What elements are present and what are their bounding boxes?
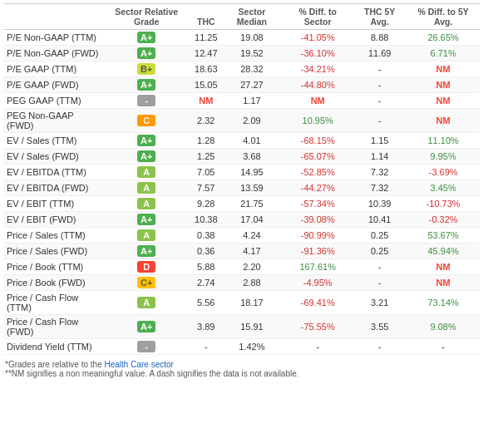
sector-median-value: 4.01 [221, 133, 283, 149]
thc-value: - [191, 339, 221, 355]
metric-name: Price / Cash Flow (TTM) [3, 291, 102, 315]
diff5y-value: 73.14% [407, 291, 480, 315]
table-row: PEG GAAP (TTM)-NM1.17NM-NM [3, 93, 480, 109]
sector-median-value: 14.95 [221, 165, 283, 180]
diff5y-value: 9.08% [407, 315, 480, 339]
diff-sector-value: -39.08% [283, 212, 352, 228]
diff-sector-value: - [283, 339, 352, 355]
grade-cell: - [102, 339, 191, 355]
health-care-sector-link[interactable]: Health Care sector [105, 360, 174, 369]
table-row: Price / Sales (TTM)A0.384.24-90.99%0.255… [3, 228, 480, 244]
thc-value: 11.25 [191, 30, 221, 46]
diff-sector-value: -69.41% [283, 291, 352, 315]
sector-median-value: 2.88 [221, 275, 283, 291]
table-row: PEG Non-GAAP (FWD)C2.322.0910.95%-NM [3, 109, 480, 133]
grade-badge: C [137, 115, 155, 126]
grade-badge: A+ [137, 245, 155, 257]
diff-sector-value: -75.55% [283, 315, 352, 339]
metric-name: Price / Sales (FWD) [3, 244, 102, 259]
grade-badge: A+ [137, 321, 155, 332]
metric-name: Dividend Yield (TTM) [3, 339, 102, 355]
valuation-table-container: Sector Relative Grade THC Sector Median … [0, 0, 483, 385]
table-row: Price / Book (FWD)C+2.742.88-4.95%-NM [3, 275, 480, 291]
sector-median-value: 17.04 [221, 212, 283, 228]
table-row: Price / Cash Flow (TTM)A5.5618.17-69.41%… [3, 291, 480, 315]
grade-badge: A [137, 297, 155, 308]
table-row: EV / EBIT (TTM)A9.2821.75-57.34%10.39-10… [3, 196, 480, 212]
diff-sector-value: -57.34% [283, 196, 352, 212]
grade-cell: A [102, 291, 191, 315]
thc5y-value: 7.32 [352, 165, 407, 180]
metric-name: Price / Book (FWD) [3, 275, 102, 291]
sector-median-value: 18.17 [221, 291, 283, 315]
thc-value: 18.63 [191, 62, 221, 77]
grade-badge: D [137, 261, 155, 273]
valuation-table: Sector Relative Grade THC Sector Median … [3, 3, 480, 355]
sector-median-value: 28.32 [221, 62, 283, 77]
grade-cell: A+ [102, 30, 191, 46]
metric-name: Price / Book (TTM) [3, 259, 102, 275]
grade-cell: A+ [102, 133, 191, 149]
grade-cell: C+ [102, 275, 191, 291]
sector-median-value: 4.17 [221, 244, 283, 259]
grade-cell: A [102, 196, 191, 212]
thc5y-value: 1.15 [352, 133, 407, 149]
diff5y-value: - [407, 339, 480, 355]
thc5y-value: 8.88 [352, 30, 407, 46]
thc-value: 15.05 [191, 77, 221, 93]
metric-name: EV / EBIT (FWD) [3, 212, 102, 228]
grade-badge: A [137, 229, 155, 241]
grade-badge: A+ [137, 150, 155, 162]
thc5y-value: - [352, 93, 407, 109]
metric-name: PEG Non-GAAP (FWD) [3, 109, 102, 133]
metric-name: P/E GAAP (TTM) [3, 62, 102, 77]
grade-cell: D [102, 259, 191, 275]
diff-sector-value: -4.95% [283, 275, 352, 291]
thc5y-value: - [352, 62, 407, 77]
metric-name: Price / Cash Flow (FWD) [3, 315, 102, 339]
thc-value: 7.57 [191, 180, 221, 196]
grade-cell: A [102, 165, 191, 180]
thc5y-value: - [352, 109, 407, 133]
table-row: P/E Non-GAAP (FWD)A+12.4719.52-36.10%11.… [3, 46, 480, 62]
metric-name: Price / Sales (TTM) [3, 228, 102, 244]
thc5y-value: - [352, 275, 407, 291]
sector-median-value: 1.42% [221, 339, 283, 355]
col-diff-sector: % Diff. to Sector [283, 4, 352, 30]
metric-name: EV / EBITDA (FWD) [3, 180, 102, 196]
sector-median-value: 15.91 [221, 315, 283, 339]
footnote-section: *Grades are relative to the Health Care … [3, 360, 480, 378]
metric-name: EV / EBITDA (TTM) [3, 165, 102, 180]
grade-cell: B+ [102, 62, 191, 77]
sector-median-value: 27.27 [221, 77, 283, 93]
thc-value: NM [191, 93, 221, 109]
thc-value: 0.36 [191, 244, 221, 259]
grade-badge: A+ [137, 47, 155, 59]
footnote2-text: **NM signifies a non meaningful value. A… [5, 369, 299, 378]
thc-value: 12.47 [191, 46, 221, 62]
grade-cell: A+ [102, 77, 191, 93]
grade-badge: - [137, 341, 155, 352]
diff5y-value: -10.73% [407, 196, 480, 212]
diff-sector-value: -68.15% [283, 133, 352, 149]
table-row: EV / Sales (FWD)A+1.253.68-65.07%1.149.9… [3, 149, 480, 165]
sector-median-value: 19.52 [221, 46, 283, 62]
table-row: EV / EBITDA (FWD)A7.5713.59-44.27%7.323.… [3, 180, 480, 196]
diff-sector-value: -52.85% [283, 165, 352, 180]
sector-median-value: 2.20 [221, 259, 283, 275]
diff-sector-value: NM [283, 93, 352, 109]
footnote1-text: *Grades are relative to the [5, 360, 105, 369]
table-row: EV / EBIT (FWD)A+10.3817.04-39.08%10.41-… [3, 212, 480, 228]
col-metric [3, 4, 102, 30]
diff5y-value: NM [407, 77, 480, 93]
thc-value: 5.88 [191, 259, 221, 275]
diff5y-value: NM [407, 109, 480, 133]
col-sector-median: Sector Median [221, 4, 283, 30]
thc5y-value: 11.69 [352, 46, 407, 62]
diff5y-value: NM [407, 93, 480, 109]
grade-badge: A+ [137, 214, 155, 225]
diff-sector-value: -90.99% [283, 228, 352, 244]
grade-cell: A+ [102, 46, 191, 62]
metric-name: P/E Non-GAAP (TTM) [3, 30, 102, 46]
grade-badge: B+ [137, 63, 155, 75]
